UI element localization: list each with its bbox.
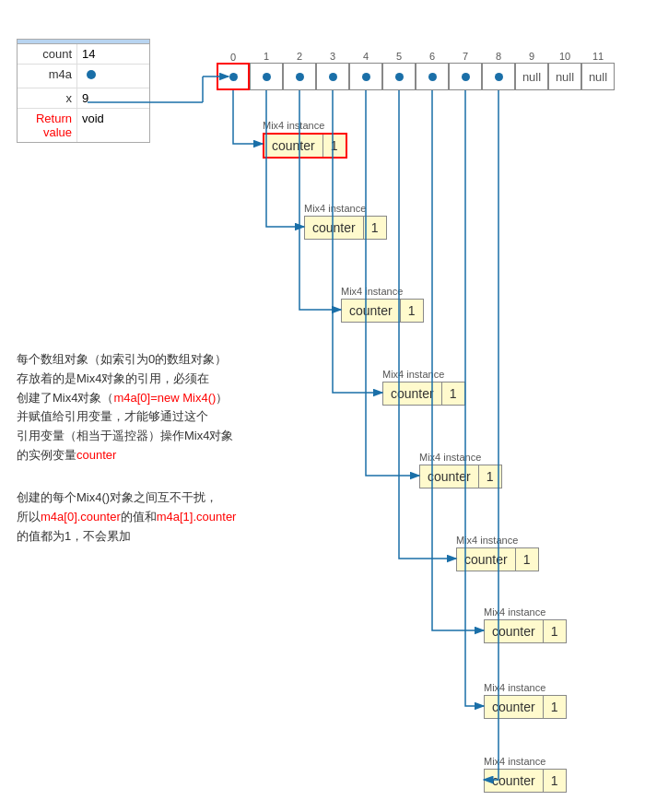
mix4-label-4: Mix4 instance	[419, 452, 502, 463]
annotation-2: 创建的每个Mix4()对象之间互不干扰， 所以m4a[0].counter的值和…	[17, 488, 330, 546]
frame-value-m4a	[77, 65, 149, 88]
array-cell-11: 11null	[581, 63, 615, 90]
mix4-label-1: Mix4 instance	[304, 203, 387, 214]
array-cell-8: 8	[482, 63, 515, 90]
mix4-value-4: 1	[479, 465, 501, 488]
mix4-instance-8: Mix4 instancecounter1	[484, 756, 567, 793]
cell-dot-7	[462, 73, 470, 81]
frame-value-x: 9	[77, 88, 149, 108]
cell-dot-3	[329, 73, 337, 81]
annotation-1: 每个数组对象（如索引为0的数组对象） 存放着的是Mix4对象的引用，必须在 创建…	[17, 350, 330, 465]
mix4-counter-label-5: counter	[457, 548, 516, 571]
mix4-label-5: Mix4 instance	[456, 535, 539, 546]
mix4-instance-3: Mix4 instancecounter1	[382, 369, 465, 406]
mix4-value-0: 1	[323, 135, 346, 157]
annotation-highlight-2: counter	[76, 448, 116, 462]
mix4-instance-2: Mix4 instancecounter1	[341, 286, 424, 323]
cell-dot-4	[362, 73, 370, 81]
cell-null-9: null	[522, 70, 541, 84]
mix4-instance-1: Mix4 instancecounter1	[304, 203, 387, 240]
mix4-box-3: counter1	[382, 382, 465, 406]
mix4-label-0: Mix4 instance	[263, 120, 347, 131]
mix4-label-8: Mix4 instance	[484, 756, 567, 767]
mix4-box-0: counter1	[263, 133, 347, 159]
mix4-label-2: Mix4 instance	[341, 286, 424, 297]
mix4-label-3: Mix4 instance	[382, 369, 465, 380]
array-cell-6: 6	[416, 63, 449, 90]
cell-dot-8	[495, 73, 503, 81]
array-cell-10: 10null	[548, 63, 581, 90]
frame-row-m4a: m4a	[18, 65, 149, 88]
mix4-value-6: 1	[544, 620, 566, 642]
mix4-box-5: counter1	[456, 547, 539, 571]
mix4-instance-6: Mix4 instancecounter1	[484, 606, 567, 643]
mix4-value-2: 1	[401, 300, 423, 322]
mix4-box-6: counter1	[484, 619, 567, 643]
mix4-box-1: counter1	[304, 216, 387, 240]
mix4-counter-label-7: counter	[485, 696, 544, 718]
frame-row-count: count 14	[18, 44, 149, 65]
cell-dot-2	[296, 73, 304, 81]
mix4-value-1: 1	[364, 217, 386, 239]
array-cell-1: 1	[250, 63, 283, 90]
cell-dot-0	[229, 73, 238, 81]
mix4-instance-4: Mix4 instancecounter1	[419, 452, 502, 488]
frame-label-m4a: m4a	[18, 65, 77, 88]
array-cell-7: 7	[449, 63, 482, 90]
cell-dot-1	[263, 73, 271, 81]
mix4-value-3: 1	[442, 382, 464, 405]
mix4-counter-label-2: counter	[342, 300, 401, 322]
frame-label-return: Returnvalue	[18, 109, 77, 142]
frame-box: count 14 m4a x 9 Returnvalue void	[17, 39, 150, 143]
array-cell-9: 9null	[515, 63, 548, 90]
mix4-instance-7: Mix4 instancecounter1	[484, 682, 567, 719]
m4a-dot	[87, 70, 96, 79]
annotation2-highlight-2: m4a[1].counter	[157, 510, 237, 524]
cell-dot-6	[428, 73, 437, 81]
mix4-value-5: 1	[516, 548, 538, 571]
cell-null-11: null	[589, 70, 607, 84]
mix4-box-2: counter1	[341, 299, 424, 323]
array-cell-3: 3	[316, 63, 349, 90]
array-cell-0: 0	[217, 63, 250, 90]
mix4-counter-label-8: counter	[485, 770, 544, 792]
mix4-value-7: 1	[544, 696, 566, 718]
mix4-box-8: counter1	[484, 769, 567, 793]
annotation-highlight-1: m4a[0]=new Mix4()	[113, 391, 216, 405]
mix4-label-7: Mix4 instance	[484, 682, 567, 693]
array-cell-4: 4	[349, 63, 382, 90]
array-container: 0123456789null10null11null	[217, 63, 615, 90]
mix4-label-6: Mix4 instance	[484, 606, 567, 618]
mix4-instance-0: Mix4 instancecounter1	[263, 120, 347, 159]
mix4-counter-label-3: counter	[383, 382, 442, 405]
mix4-counter-label-1: counter	[305, 217, 364, 239]
frame-value-count: 14	[77, 44, 149, 64]
frame-label-count: count	[18, 44, 77, 64]
mix4-value-8: 1	[544, 770, 566, 792]
cell-null-10: null	[556, 70, 574, 84]
mix4-counter-label-4: counter	[420, 465, 479, 488]
array-cell-2: 2	[283, 63, 316, 90]
array-cell-5: 5	[382, 63, 416, 90]
frame-value-return: void	[77, 109, 149, 142]
mix4-counter-label-0: counter	[264, 135, 323, 157]
mix4-box-7: counter1	[484, 695, 567, 719]
cell-dot-5	[395, 73, 404, 81]
annotation2-highlight-1: m4a[0].counter	[41, 510, 121, 524]
frame-label-x: x	[18, 88, 77, 108]
frame-row-return: Returnvalue void	[18, 109, 149, 142]
frame-row-x: x 9	[18, 88, 149, 109]
mix4-box-4: counter1	[419, 465, 502, 488]
mix4-counter-label-6: counter	[485, 620, 544, 642]
mix4-instance-5: Mix4 instancecounter1	[456, 535, 539, 571]
